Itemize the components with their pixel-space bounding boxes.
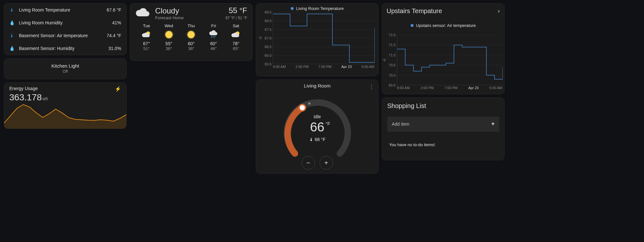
weather-rain-icon [202, 30, 225, 39]
sensor-value: 74.4 °F [107, 33, 121, 38]
sensor-name: Living Room Humidity [19, 20, 108, 25]
weather-sunny-icon [158, 30, 180, 39]
weather-partly-icon [225, 30, 247, 39]
thermostat-up-button[interactable]: + [320, 156, 333, 170]
upstairs-temp-card[interactable]: Upstairs Tempature › Upstairs sensor: Ai… [382, 3, 505, 94]
forecast-day[interactable]: Fri 60° 46° [202, 23, 225, 51]
shopping-title: Shopping List [387, 102, 499, 110]
forecast-day[interactable]: Tue 67° 51° [135, 23, 158, 51]
sensor-name: Basement Sensor: Humidity [19, 46, 104, 51]
sensor-row[interactable]: 🌡 Living Room Temperature 67.6 °F [4, 4, 126, 16]
legend-dot-icon [291, 7, 294, 10]
legend-dot-icon [411, 24, 414, 27]
living-room-temp-chart[interactable]: Living Room Temperature 65.566.066.567.0… [256, 3, 379, 76]
kitchen-light-title: Kitchen Light [4, 63, 126, 69]
forecast-day[interactable]: Sat 78° 65° [225, 23, 247, 51]
thermostat-state: Idle [277, 114, 357, 119]
svg-line-1 [211, 36, 212, 38]
svg-line-2 [213, 36, 213, 38]
weather-hilo: 67 °F / 51 °F [225, 16, 247, 20]
thermostat-name: Living Room [259, 83, 375, 88]
forecast-day[interactable]: Wed 55° 38° [158, 23, 180, 51]
sensor-row[interactable]: 💧 Basement Sensor: Humidity 31.0% [4, 42, 126, 55]
weather-card[interactable]: Cloudy Forecast Home 55 °F 67 °F / 51 °F… [130, 3, 253, 61]
upstairs-title: Upstairs Tempature [387, 7, 442, 15]
thermometer-icon: 🌡 [309, 137, 314, 142]
weather-location: Forecast Home [155, 15, 221, 20]
forecast-day[interactable]: Thu 60° 36° [180, 23, 203, 51]
shopping-list-card: Shopping List Add item + You have no to-… [382, 97, 505, 160]
more-vert-icon[interactable]: ⋮ [369, 83, 374, 90]
weather-sunny-icon [180, 30, 203, 39]
thermostat-down-button[interactable]: − [302, 156, 315, 170]
chevron-right-icon[interactable]: › [498, 8, 500, 14]
sensor-value: 41% [112, 20, 121, 25]
sensors-card: 🌡 Living Room Temperature 67.6 °F💧 Livin… [4, 3, 127, 55]
thermostat-target: 🌡 68 °F [277, 137, 357, 142]
kitchen-light-state: Off [4, 69, 126, 74]
cloud-icon [135, 7, 151, 20]
add-item-input[interactable]: Add item + [387, 117, 499, 131]
energy-sparkline [4, 103, 126, 129]
energy-title: Energy Usage [9, 86, 48, 91]
weather-partly-icon [135, 30, 158, 39]
svg-line-3 [214, 36, 215, 38]
sensor-name: Living Room Temperature [19, 7, 102, 13]
thermostat-current: 66°F [310, 120, 324, 134]
kitchen-light-card[interactable]: Kitchen Light Off [4, 58, 127, 79]
weather-condition: Cloudy [155, 6, 221, 15]
svg-point-12 [299, 104, 305, 111]
sensor-row[interactable]: 💧 Living Room Humidity 41% [4, 16, 126, 29]
plus-icon[interactable]: + [491, 121, 495, 127]
svg-point-13 [308, 103, 310, 105]
sensor-row[interactable]: 🌡 Basement Sensor: Air temperature 74.4 … [4, 29, 126, 42]
sensor-name: Basement Sensor: Air temperature [19, 33, 102, 38]
shopping-empty-text: You have no to-do items! [387, 142, 499, 147]
thermometer-icon: 🌡 [9, 33, 14, 38]
thermostat-card[interactable]: Living Room ⋮ Idle 66°F 🌡 68 °F − + [256, 79, 379, 174]
water-drop-icon: 💧 [9, 20, 14, 25]
sensor-value: 67.6 °F [107, 7, 121, 13]
energy-card[interactable]: Energy Usage 363.178wh ⚡ [4, 82, 127, 129]
energy-value: 363.178wh [9, 92, 48, 103]
sensor-value: 31.0% [108, 46, 121, 51]
flash-icon: ⚡ [115, 86, 121, 92]
weather-current: 55 °F [225, 6, 247, 15]
thermometer-icon: 🌡 [9, 7, 14, 13]
water-drop-icon: 💧 [9, 46, 14, 51]
